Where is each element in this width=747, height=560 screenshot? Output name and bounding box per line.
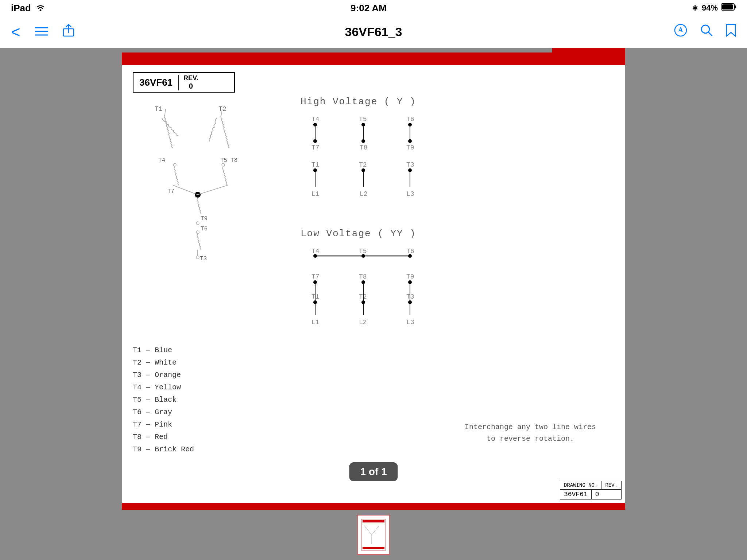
svg-rect-2: [734, 5, 736, 8]
low-voltage-title: Low Voltage ( YY ): [301, 228, 614, 239]
schematic-left: T1 T2: [133, 96, 286, 378]
list-button[interactable]: [35, 24, 48, 40]
svg-text:T8: T8: [359, 273, 367, 280]
svg-text:L3: L3: [406, 319, 414, 326]
status-left: iPad: [11, 3, 46, 14]
svg-text:T7: T7: [167, 188, 174, 195]
top-patch: [122, 48, 625, 52]
thumbnail-strip: [122, 510, 625, 560]
svg-point-49: [313, 168, 317, 172]
low-voltage-diagram: T4 T5 T6 T7 T8: [301, 246, 476, 366]
svg-point-41: [361, 139, 365, 143]
svg-text:T1: T1: [155, 105, 163, 113]
svg-point-31: [196, 256, 199, 259]
svg-text:T4: T4: [311, 248, 320, 255]
bookmark-button[interactable]: [726, 24, 736, 40]
share-button[interactable]: [63, 24, 74, 40]
svg-text:T4: T4: [158, 157, 165, 164]
rev-label: REV.: [183, 74, 198, 82]
svg-text:T8: T8: [360, 144, 368, 151]
drawing-rev-label: REV.: [601, 481, 621, 489]
svg-line-15: [165, 109, 166, 114]
svg-line-24: [173, 185, 198, 195]
legend-item-t5: T5 — Black: [133, 394, 194, 406]
svg-text:T6: T6: [406, 248, 414, 255]
svg-text:T9: T9: [406, 273, 414, 280]
back-button[interactable]: <: [11, 23, 20, 41]
svg-text:T2: T2: [218, 105, 227, 113]
search-button[interactable]: [700, 24, 713, 40]
document-wrapper: 36VF61 REV. 0 T1: [122, 59, 625, 510]
color-legend: T1 — Blue T2 — White T3 — Orange T4 — Ye…: [133, 344, 194, 456]
svg-point-57: [408, 168, 412, 172]
svg-point-0: [39, 9, 41, 11]
svg-point-46: [408, 139, 412, 143]
wifi-icon: [35, 3, 46, 14]
svg-point-53: [361, 168, 365, 172]
svg-rect-85: [361, 519, 386, 551]
drawing-no-value: 36VF61: [560, 490, 592, 499]
svg-text:L1: L1: [311, 190, 320, 198]
title-box: 36VF61 REV. 0: [133, 72, 235, 93]
low-voltage-section: Low Voltage ( YY ) T4 T5 T6: [301, 228, 614, 368]
top-red-patch: [552, 48, 625, 52]
svg-text:A: A: [678, 26, 683, 34]
status-bar: iPad 9:02 AM ∗ 94%: [0, 0, 747, 16]
svg-point-34: [313, 123, 317, 127]
annotate-button[interactable]: A: [674, 24, 687, 40]
svg-text:T6: T6: [406, 116, 414, 123]
svg-text:T8: T8: [231, 157, 237, 164]
nav-title: 36VF61_3: [345, 25, 402, 39]
content-area: 36VF61 REV. 0 T1: [0, 48, 747, 560]
svg-text:T3: T3: [406, 161, 414, 168]
svg-text:T9: T9: [406, 144, 414, 151]
svg-point-17: [173, 163, 176, 166]
legend-item-t8: T8 — Red: [133, 431, 194, 443]
legend-item-t4: T4 — Yellow: [133, 381, 194, 394]
svg-text:T3: T3: [200, 256, 207, 262]
rev-value: 0: [183, 82, 198, 90]
svg-text:L2: L2: [359, 319, 367, 326]
red-bar-top: [122, 52, 625, 59]
device-label: iPad: [11, 3, 31, 14]
svg-point-29: [196, 231, 199, 234]
high-voltage-section: High Voltage ( Y ) T4 T7 T5: [301, 96, 614, 217]
svg-text:T7: T7: [311, 144, 320, 151]
svg-text:L1: L1: [311, 319, 320, 326]
drawing-area: T1 T2: [133, 96, 614, 378]
page-indicator: 1 of 1: [349, 462, 398, 481]
thumbnail-page-1[interactable]: [357, 515, 390, 555]
legend-item-t1: T1 — Blue: [133, 344, 194, 357]
svg-line-25: [198, 185, 228, 195]
svg-text:T5: T5: [220, 157, 227, 164]
svg-point-21: [222, 163, 225, 166]
red-bar-bottom: [122, 503, 625, 510]
winding-diagram: T1 T2: [133, 96, 271, 300]
svg-line-12: [708, 32, 712, 36]
reverse-rotation-note: Interchange any two line wires to revers…: [465, 421, 596, 445]
svg-text:L2: L2: [360, 190, 368, 198]
svg-text:T5: T5: [359, 248, 367, 255]
svg-rect-3: [722, 4, 733, 9]
document-content: 36VF61 REV. 0 T1: [122, 65, 625, 503]
svg-rect-90: [363, 547, 384, 549]
drawing-title: 36VF61: [133, 75, 179, 90]
svg-text:T5: T5: [359, 116, 367, 123]
svg-text:T6: T6: [201, 226, 208, 232]
schematic-right: High Voltage ( Y ) T4 T7 T5: [286, 96, 614, 378]
battery-pct: 94%: [702, 3, 718, 13]
svg-point-39: [361, 123, 365, 127]
svg-text:T7: T7: [311, 273, 320, 280]
legend-item-t6: T6 — Gray: [133, 406, 194, 419]
svg-text:T1: T1: [311, 161, 320, 168]
svg-point-27: [196, 222, 199, 225]
bluetooth-icon: ∗: [692, 3, 698, 13]
svg-point-44: [408, 123, 412, 127]
svg-text:L3: L3: [406, 190, 414, 198]
rev-box: REV. 0: [179, 73, 202, 92]
reverse-note-line2: to reverse rotation.: [465, 433, 596, 445]
legend-item-t2: T2 — White: [133, 357, 194, 369]
time-display: 9:02 AM: [351, 3, 387, 14]
legend-item-t3: T3 — Orange: [133, 369, 194, 381]
drawing-no-label: DRAWING NO.: [560, 481, 601, 489]
